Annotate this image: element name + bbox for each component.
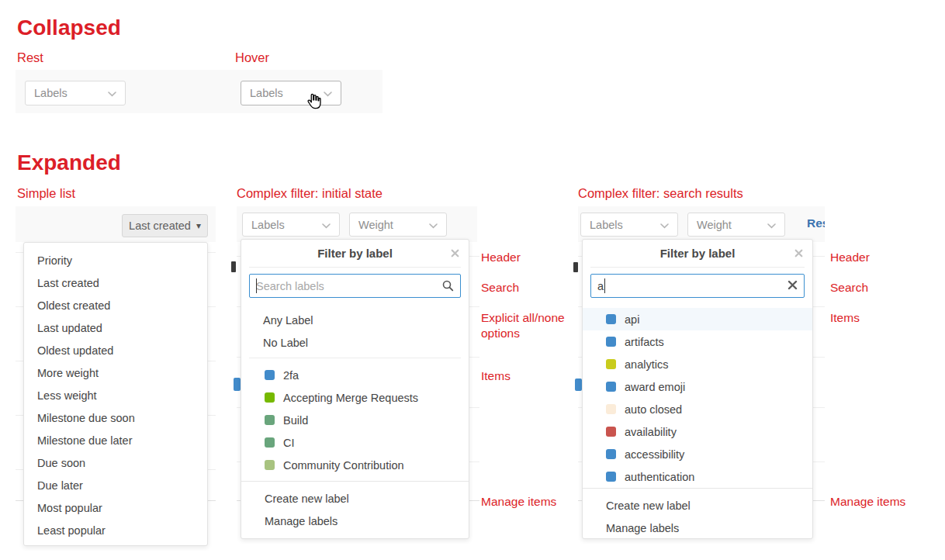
simple-list-dropdown-panel: Priority Last created Oldest created Las… bbox=[23, 242, 208, 546]
labels-dropdown-rest-text: Labels bbox=[34, 87, 68, 99]
any-label-option[interactable]: Any Label bbox=[241, 309, 469, 331]
annotation-items: Items bbox=[481, 368, 511, 384]
label-color-swatch bbox=[606, 472, 616, 482]
label-name: accessibility bbox=[625, 448, 684, 461]
list-item[interactable]: Oldest updated bbox=[24, 339, 207, 361]
chevron-down-icon bbox=[660, 219, 669, 231]
subtitle-complex-results: Complex filter: search results bbox=[578, 186, 743, 201]
label-color-swatch bbox=[606, 427, 616, 437]
label-color-swatch bbox=[606, 337, 616, 347]
weight-filter-text: Weight bbox=[358, 219, 393, 231]
label-item[interactable]: accessibility bbox=[583, 443, 812, 465]
labels-filter-text: Labels bbox=[590, 219, 623, 231]
list-item[interactable]: Most popular bbox=[24, 496, 207, 519]
annotation-items: Items bbox=[830, 310, 860, 326]
label-color-swatch bbox=[606, 382, 616, 392]
list-item[interactable]: Priority bbox=[24, 249, 207, 271]
list-item[interactable]: Milestone due soon bbox=[24, 406, 207, 429]
clipped-background-text bbox=[573, 262, 578, 272]
search-icon bbox=[442, 280, 454, 292]
label-name: award emoji bbox=[625, 381, 685, 393]
label-color-swatch bbox=[606, 449, 616, 459]
labels-filter-text: Labels bbox=[251, 219, 285, 231]
labels-filter-dropdown[interactable]: Labels bbox=[580, 213, 678, 237]
annotation-header: Header bbox=[481, 250, 521, 265]
list-item[interactable]: Last updated bbox=[24, 316, 207, 339]
chevron-down-icon bbox=[429, 219, 438, 231]
label-name: Accepting Merge Requests bbox=[283, 392, 418, 404]
weight-filter-dropdown[interactable]: Weight bbox=[687, 213, 785, 237]
label-name: artifacts bbox=[625, 336, 664, 348]
labels-dropdown-hover[interactable]: Labels bbox=[241, 81, 341, 105]
search-results-list: api artifacts analytics award emoji auto… bbox=[583, 305, 812, 483]
list-item[interactable]: Least popular bbox=[24, 519, 207, 541]
label-color-swatch bbox=[606, 359, 616, 369]
panel-header: Filter by label bbox=[241, 240, 469, 267]
subtitle-simple-list: Simple list bbox=[17, 186, 75, 201]
label-name: auto closed bbox=[625, 403, 682, 416]
list-item[interactable]: Last created bbox=[24, 271, 207, 294]
label-filter-panel-results: Filter by label api artifacts analytics bbox=[582, 239, 813, 539]
annotation-search: Search bbox=[481, 280, 519, 296]
state-label-rest: Rest bbox=[17, 50, 43, 65]
label-item[interactable]: analytics bbox=[583, 353, 812, 375]
label-item[interactable]: Build bbox=[241, 409, 469, 431]
label-color-swatch bbox=[265, 370, 275, 380]
clipped-background-label-chip bbox=[234, 378, 241, 391]
list-item[interactable]: Less weight bbox=[24, 384, 207, 406]
list-item[interactable]: Due later bbox=[24, 474, 207, 496]
label-item-clipped[interactable]: authentication bbox=[583, 465, 812, 483]
label-item[interactable]: artifacts bbox=[583, 330, 812, 353]
label-color-swatch bbox=[265, 415, 275, 425]
reset-link-clipped[interactable]: Res bbox=[807, 216, 825, 230]
clear-icon[interactable] bbox=[788, 280, 798, 290]
sort-dropdown-text: Last created bbox=[129, 220, 191, 232]
annotation-manage-items: Manage items bbox=[830, 494, 905, 510]
manage-labels-button[interactable]: Manage labels bbox=[241, 510, 469, 532]
labels-filter-dropdown[interactable]: Labels bbox=[242, 213, 340, 237]
label-item[interactable]: api bbox=[583, 308, 812, 330]
annotation-header: Header bbox=[830, 250, 870, 265]
weight-filter-dropdown[interactable]: Weight bbox=[349, 213, 447, 237]
label-item[interactable]: award emoji bbox=[583, 375, 812, 398]
weight-filter-text: Weight bbox=[697, 219, 732, 231]
list-item[interactable]: Due soon bbox=[24, 451, 207, 474]
page: Collapsed Rest Hover Labels Labels Expan… bbox=[0, 0, 945, 560]
label-color-swatch bbox=[265, 392, 275, 403]
label-item[interactable]: availability bbox=[583, 420, 812, 443]
search-labels-input[interactable] bbox=[249, 274, 461, 298]
state-label-hover: Hover bbox=[235, 50, 269, 65]
chevron-down-icon bbox=[108, 87, 116, 99]
manage-labels-button[interactable]: Manage labels bbox=[583, 517, 812, 539]
label-name: Community Contribution bbox=[283, 459, 404, 472]
create-new-label-button[interactable]: Create new label bbox=[583, 494, 812, 517]
search-labels-input[interactable] bbox=[590, 274, 805, 298]
list-item[interactable]: More weight bbox=[24, 361, 207, 384]
no-label-option[interactable]: No Label bbox=[241, 331, 469, 354]
sort-dropdown-button[interactable]: Last created ▾ bbox=[122, 214, 208, 237]
label-item[interactable]: CI bbox=[241, 431, 469, 454]
panel-title: Filter by label bbox=[317, 247, 393, 260]
create-new-label-button[interactable]: Create new label bbox=[241, 487, 469, 510]
label-item[interactable]: Accepting Merge Requests bbox=[241, 386, 469, 409]
label-color-swatch bbox=[606, 404, 616, 414]
list-item[interactable]: Milestone due later bbox=[24, 429, 207, 451]
text-cursor bbox=[256, 278, 257, 293]
label-color-swatch bbox=[606, 314, 616, 324]
list-item[interactable]: Oldest created bbox=[24, 294, 207, 316]
label-item[interactable]: auto closed bbox=[583, 398, 812, 420]
close-icon[interactable] bbox=[451, 249, 459, 258]
subtitle-complex-initial: Complex filter: initial state bbox=[237, 186, 382, 201]
label-name: authentication bbox=[625, 471, 694, 483]
close-icon[interactable] bbox=[794, 249, 803, 258]
label-item[interactable]: Community Contribution bbox=[241, 454, 469, 476]
label-item[interactable]: 2fa bbox=[241, 364, 469, 386]
label-name: analytics bbox=[625, 358, 668, 371]
hand-cursor-icon bbox=[306, 92, 322, 110]
label-color-swatch bbox=[265, 437, 275, 448]
panel-title: Filter by label bbox=[660, 247, 736, 260]
label-name: Build bbox=[283, 414, 308, 427]
annotation-search: Search bbox=[830, 280, 868, 296]
labels-dropdown-rest[interactable]: Labels bbox=[25, 81, 126, 105]
chevron-down-icon bbox=[324, 87, 332, 99]
